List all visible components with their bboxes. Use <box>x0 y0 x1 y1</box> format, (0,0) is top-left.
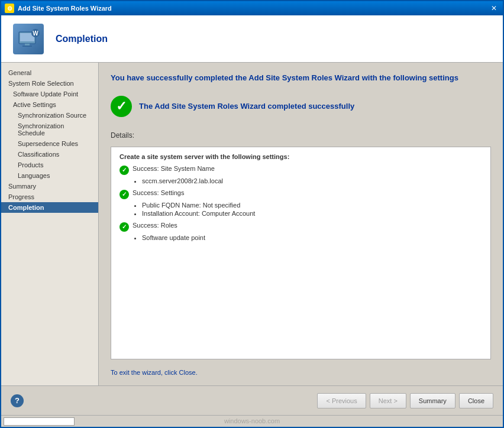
sidebar: GeneralSystem Role SelectionSoftware Upd… <box>1 63 99 385</box>
sidebar-item-system-role-selection[interactable]: System Role Selection <box>1 78 98 89</box>
wizard-footer: ? < Previous Next > Summary Close <box>1 385 503 415</box>
sidebar-item-active-settings[interactable]: Active Settings <box>1 99 98 110</box>
detail-item: ✓Success: RolesSoftware update point <box>119 222 482 241</box>
next-button[interactable]: Next > <box>370 393 406 408</box>
footer-right: < Previous Next > Summary Close <box>317 393 493 408</box>
sidebar-item-summary[interactable]: Summary <box>1 181 98 192</box>
details-box: Create a site system server with the fol… <box>111 147 491 360</box>
detail-items-container: ✓Success: Site System Namesccm.server200… <box>119 165 482 241</box>
previous-button[interactable]: < Previous <box>317 393 366 408</box>
detail-label: Success: Settings <box>133 189 184 196</box>
sidebar-item-supersedence-rules[interactable]: Supersedence Rules <box>1 138 98 149</box>
sidebar-item-languages[interactable]: Languages <box>1 170 98 181</box>
sidebar-item-general[interactable]: General <box>1 67 98 78</box>
success-checkmark-icon: ✓ <box>111 96 132 117</box>
sidebar-item-classifications[interactable]: Classifications <box>1 149 98 160</box>
detail-sub-list: Software update point <box>119 234 482 241</box>
window-title: Add Site System Roles Wizard <box>18 5 112 12</box>
wizard-header: W Completion <box>1 15 503 63</box>
wizard-header-icon: W <box>13 24 44 54</box>
detail-item: ✓Success: SettingsPublic FQDN Name: Not … <box>119 189 482 217</box>
window-icon: ⚙ <box>5 4 14 13</box>
svg-rect-3 <box>22 46 32 47</box>
details-create-title: Create a site system server with the fol… <box>119 153 482 160</box>
wizard-window: ⚙ Add Site System Roles Wizard ✕ W Compl… <box>0 0 504 428</box>
sidebar-item-products[interactable]: Products <box>1 160 98 170</box>
detail-sub-item: Software update point <box>142 234 482 241</box>
success-check-icon: ✓ <box>119 166 129 175</box>
detail-label: Success: Roles <box>133 222 177 229</box>
close-window-button[interactable]: ✕ <box>489 4 499 12</box>
success-banner: ✓ The Add Site System Roles Wizard compl… <box>111 91 491 122</box>
completion-heading: You have successfully completed the Add … <box>111 72 491 84</box>
detail-sub-item: sccm.server2008r2.lab.local <box>142 177 482 184</box>
detail-item: ✓Success: Site System Namesccm.server200… <box>119 165 482 184</box>
sidebar-item-synchronization-source[interactable]: Synchronization Source <box>1 110 98 121</box>
sidebar-item-software-update-point[interactable]: Software Update Point <box>1 89 98 99</box>
success-message: The Add Site System Roles Wizard complet… <box>139 102 354 111</box>
details-label: Details: <box>111 131 491 140</box>
detail-label: Success: Site System Name <box>133 165 215 172</box>
status-bar <box>1 415 503 427</box>
sidebar-item-completion[interactable]: Completion <box>1 202 98 213</box>
detail-sub-list: Public FQDN Name: Not specifiedInstallat… <box>119 202 482 217</box>
title-bar: ⚙ Add Site System Roles Wizard ✕ <box>1 1 503 15</box>
detail-sub-item: Public FQDN Name: Not specified <box>142 202 482 209</box>
detail-sub-item: Installation Account: Computer Account <box>142 210 482 217</box>
summary-button[interactable]: Summary <box>410 393 455 408</box>
wizard-header-title: Completion <box>56 34 108 44</box>
wizard-body: GeneralSystem Role SelectionSoftware Upd… <box>1 63 503 385</box>
sidebar-item-synchronization-schedule[interactable]: Synchronization Schedule <box>1 121 98 138</box>
help-icon[interactable]: ? <box>11 394 24 407</box>
close-button[interactable]: Close <box>459 393 493 408</box>
detail-sub-list: sccm.server2008r2.lab.local <box>119 177 482 184</box>
success-check-icon: ✓ <box>119 222 129 232</box>
footer-left: ? <box>11 394 24 407</box>
svg-text:W: W <box>33 30 38 37</box>
exit-text: To exit the wizard, click Close. <box>111 369 491 376</box>
content-pane: You have successfully completed the Add … <box>99 63 503 385</box>
success-check-icon: ✓ <box>119 190 129 199</box>
sidebar-item-progress[interactable]: Progress <box>1 192 98 202</box>
statusbar-track <box>4 417 75 426</box>
title-bar-left: ⚙ Add Site System Roles Wizard <box>5 4 112 13</box>
